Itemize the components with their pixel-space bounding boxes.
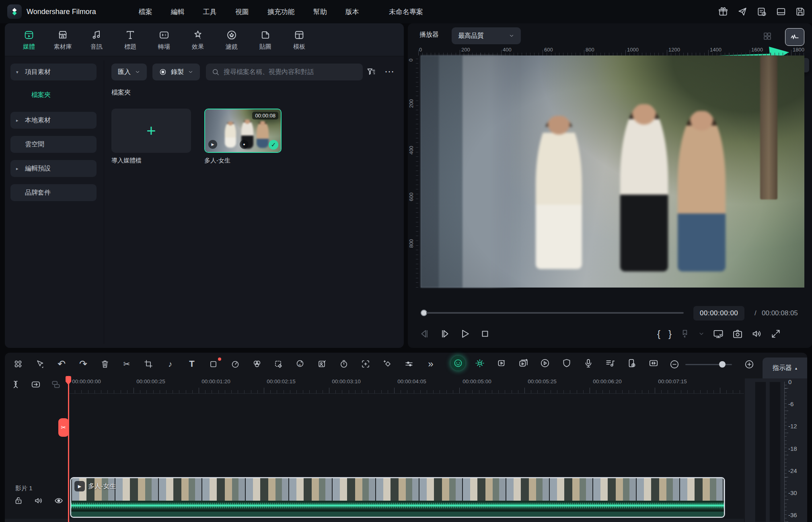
video-preview[interactable] <box>421 55 804 288</box>
app-logo[interactable] <box>7 4 22 19</box>
export-to-device-icon[interactable] <box>621 355 643 371</box>
timeline-clip[interactable]: ▶ 多人-女生 <box>70 477 725 518</box>
tab-effects[interactable]: 效果 <box>181 23 215 56</box>
menu-tools[interactable]: 工具 <box>199 5 221 19</box>
tab-titles[interactable]: 標題 <box>113 23 147 56</box>
next-frame-button[interactable] <box>439 328 450 339</box>
menu-help[interactable]: 幫助 <box>309 5 331 19</box>
marker-chevron-icon[interactable] <box>698 331 705 337</box>
copyright-shield-icon[interactable] <box>556 355 578 371</box>
lock-track-icon[interactable] <box>14 496 23 506</box>
menu-file[interactable]: 檔案 <box>135 5 156 19</box>
search-input[interactable] <box>224 68 357 76</box>
seek-track[interactable] <box>426 312 684 314</box>
indicator-toggle[interactable]: 指示器 ▴ <box>763 358 807 378</box>
import-button[interactable]: 匯入 <box>111 64 147 80</box>
sidebar-item-presets[interactable]: ▸ 編輯預設 <box>10 160 97 177</box>
layout-icon[interactable] <box>776 6 786 17</box>
import-media-tile[interactable]: + <box>111 109 191 153</box>
tab-transitions[interactable]: 轉場 <box>147 23 181 56</box>
timer-icon[interactable] <box>333 356 355 372</box>
portrait-edit-icon[interactable] <box>311 356 333 372</box>
playhead-scissors-handle[interactable]: ✂ <box>58 418 69 437</box>
video-generate-icon[interactable] <box>512 355 534 371</box>
zoom-slider-handle[interactable] <box>719 361 726 368</box>
previous-frame-button[interactable] <box>419 328 430 339</box>
keyframe-icon[interactable] <box>376 356 398 372</box>
menu-version[interactable]: 版本 <box>341 5 363 19</box>
timecode-label: 00:00:01:20 <box>192 378 240 384</box>
redo-icon[interactable]: ↷ <box>72 356 94 372</box>
sidebar-item-cloud[interactable]: 雲空間 <box>10 136 97 153</box>
color-tool-icon[interactable] <box>246 356 268 372</box>
crop-icon[interactable] <box>138 356 159 372</box>
sidebar-item-project-media[interactable]: ▾ 項目素材 <box>10 64 97 80</box>
send-feedback-icon[interactable] <box>737 6 748 17</box>
tab-stock[interactable]: 素材庫 <box>46 23 80 56</box>
fit-timeline-icon[interactable] <box>643 355 664 371</box>
snapshot-button[interactable] <box>732 328 743 339</box>
filter-icon[interactable] <box>366 67 376 77</box>
save-icon[interactable] <box>795 6 806 17</box>
delete-icon[interactable] <box>94 356 116 372</box>
marker-button[interactable] <box>680 329 690 339</box>
undo-icon[interactable]: ↶ <box>51 356 72 372</box>
zoom-in-button[interactable] <box>744 359 754 370</box>
display-device-button[interactable] <box>713 328 724 339</box>
tab-audio[interactable]: 音訊 <box>80 23 113 56</box>
preview-render-icon[interactable] <box>534 355 556 371</box>
indicator-label: 指示器 <box>773 364 792 372</box>
tab-templates[interactable]: 模板 <box>282 23 316 56</box>
smart-cutout-icon[interactable] <box>268 356 290 372</box>
media-item-thumbnail[interactable]: 00:00:08 ▶ ● ✓ <box>204 109 282 153</box>
ai-portrait-icon[interactable] <box>447 355 469 371</box>
playhead-line[interactable] <box>68 376 69 522</box>
ai-audio-icon[interactable]: AI <box>290 356 311 372</box>
menu-edit[interactable]: 編輯 <box>167 5 189 19</box>
fullscreen-button[interactable] <box>771 329 781 339</box>
play-button[interactable] <box>459 328 471 339</box>
tab-media[interactable]: 媒體 <box>12 23 46 56</box>
ai-relight-icon[interactable] <box>469 355 491 371</box>
record-button[interactable]: 錄製 <box>152 64 200 80</box>
tab-stickers[interactable]: 貼圖 <box>249 23 282 56</box>
render-queue-icon[interactable] <box>756 6 767 17</box>
select-tool-icon[interactable] <box>29 356 51 372</box>
mask-tool-icon[interactable] <box>203 356 224 372</box>
video-scope-button[interactable] <box>785 28 804 46</box>
menu-view[interactable]: 視圖 <box>231 5 253 19</box>
hide-track-icon[interactable] <box>54 496 64 506</box>
zoom-out-button[interactable] <box>669 359 680 370</box>
audio-mixer-icon[interactable] <box>599 355 621 371</box>
mark-out-button[interactable]: } <box>668 328 672 339</box>
gift-icon[interactable] <box>718 6 728 17</box>
sidebar-item-brand[interactable]: 品牌套件 <box>10 184 97 201</box>
link-clips-icon[interactable] <box>31 379 41 390</box>
voiceover-mic-icon[interactable] <box>578 355 599 371</box>
text-tool-icon[interactable]: T <box>181 356 203 372</box>
tab-filters[interactable]: 濾鏡 <box>215 23 249 56</box>
mark-in-button[interactable]: { <box>657 328 660 339</box>
split-scissors-icon[interactable]: ✂ <box>116 356 138 372</box>
stop-button[interactable] <box>479 328 491 339</box>
focus-add-icon[interactable] <box>355 356 376 372</box>
speech-to-video-icon[interactable] <box>491 355 512 371</box>
mute-track-icon[interactable] <box>34 496 43 506</box>
grid-view-icon[interactable] <box>763 31 772 41</box>
track-manager-icon[interactable] <box>51 379 61 390</box>
snap-icon[interactable] <box>10 379 21 390</box>
transitions-tab-icon <box>158 29 170 41</box>
timeline-ruler[interactable]: 00:00:00:00 00:00:00:25 00:00:01:20 00:0… <box>68 375 744 394</box>
sidebar-item-folder[interactable]: 檔案夾 <box>31 91 51 99</box>
person-figure <box>225 121 236 148</box>
template-mode-icon[interactable] <box>7 356 29 372</box>
audio-tool-icon[interactable]: ♪ <box>159 356 181 372</box>
more-tools-icon[interactable]: » <box>420 356 442 372</box>
sidebar-item-local-media[interactable]: ▸ 本地素材 <box>10 112 97 129</box>
volume-button[interactable] <box>751 328 763 339</box>
quality-dropdown[interactable]: 最高品質 <box>452 27 521 44</box>
speed-tool-icon[interactable] <box>224 356 246 372</box>
adjust-sliders-icon[interactable] <box>398 356 420 372</box>
more-options-icon[interactable]: ⋯ <box>384 67 394 76</box>
menu-extensions[interactable]: 擴充功能 <box>263 5 299 19</box>
